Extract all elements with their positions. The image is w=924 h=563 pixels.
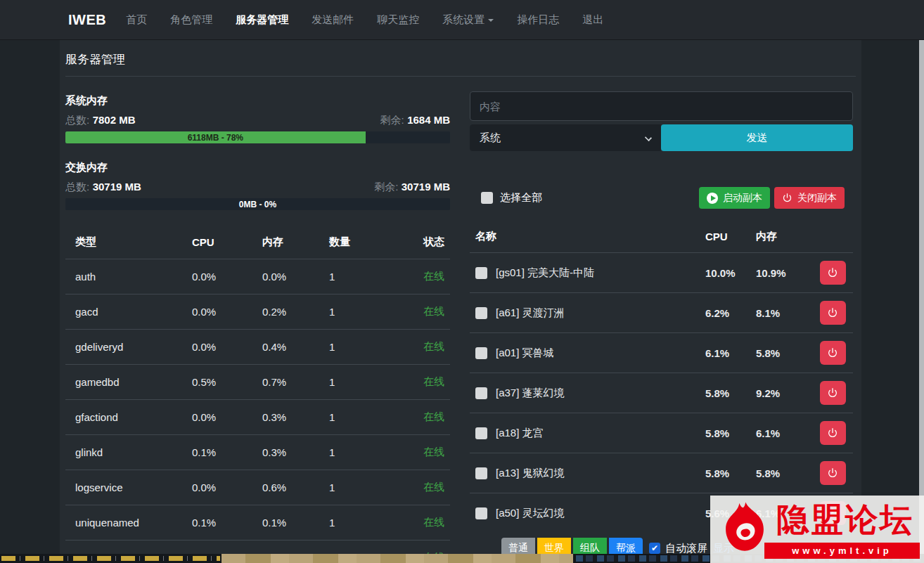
process-cell: gacd (65, 295, 192, 330)
process-cell: 0.7% (262, 365, 329, 400)
process-cell: gfactiond (65, 400, 192, 435)
start-instances-button[interactable]: 启动副本 (699, 187, 770, 209)
server-mem: 9.2% (756, 387, 812, 399)
power-icon (827, 347, 838, 358)
server-mem: 5.8% (756, 467, 812, 479)
system-memory-bar-label: 6118MB - 78% (188, 133, 243, 143)
server-row-checkbox[interactable] (475, 387, 487, 399)
server-cpu: 5.8% (705, 467, 756, 479)
main-container: 服务器管理 系统内存 总数: 7802 MB 剩余: 1684 MB 6118M… (60, 40, 861, 563)
process-header-cpu: CPU (192, 226, 262, 259)
swap-free-value: 30719 MB (402, 181, 450, 193)
power-icon (827, 427, 838, 439)
autoscroll-checkbox[interactable]: ✔ (649, 543, 660, 554)
nav-item-settings-dropdown[interactable]: 系统设置 (442, 13, 494, 27)
process-table-row: uniquenamed0.1%0.1%1在线 (65, 505, 450, 541)
swap-total-value: 30719 MB (93, 181, 141, 193)
process-status-online: 在线 (399, 259, 450, 295)
server-power-button[interactable] (820, 421, 846, 445)
power-icon (827, 387, 838, 399)
process-cell: 1 (329, 330, 399, 365)
send-button[interactable]: 发送 (661, 124, 853, 151)
broadcast-content-input[interactable] (470, 91, 853, 121)
process-table-row: gamedbd0.5%0.7%1在线 (65, 365, 450, 400)
watermark: 隐盟论坛 www.ymlt.vip (710, 496, 924, 563)
channel-select[interactable]: 系统 (470, 124, 661, 151)
server-row-checkbox[interactable] (475, 467, 487, 479)
broadcast-send-row: 系统 发送 (470, 124, 853, 151)
server-power-button[interactable] (820, 461, 846, 485)
process-cell: 0.0% (192, 470, 262, 505)
navbar: IWEB 首页 角色管理 服务器管理 发送邮件 聊天监控 系统设置 操作日志 退… (0, 0, 924, 40)
process-cell: 1 (329, 365, 399, 400)
process-table: 类型 CPU 内存 数量 状态 auth0.0%0.0%1在线gacd0.0%0… (65, 226, 450, 563)
swap-memory-progressbar: 0MB - 0% (65, 198, 450, 210)
server-row-checkbox[interactable] (475, 307, 487, 319)
select-all-checkbox[interactable] (481, 192, 493, 204)
server-row-checkbox[interactable] (475, 507, 487, 519)
server-management-page: IWEB 首页 角色管理 服务器管理 发送邮件 聊天监控 系统设置 操作日志 退… (0, 0, 924, 563)
process-cell: 0.1% (192, 505, 262, 541)
server-table-body: [gs01] 完美大陆-中陆10.0%10.9%[a61] 灵渡汀洲6.2%8.… (470, 252, 853, 533)
process-status-online: 在线 (399, 400, 450, 435)
nav-item-logout[interactable]: 退出 (582, 13, 603, 27)
instance-controls-row: 选择全部 启动副本 关闭副本 (470, 187, 853, 209)
process-table-row: gacd0.0%0.2%1在线 (65, 295, 450, 330)
scrollbar[interactable] (919, 40, 924, 563)
server-mem: 5.8% (756, 347, 812, 359)
process-status-online: 在线 (399, 470, 450, 505)
stop-instances-button[interactable]: 关闭副本 (774, 187, 845, 209)
server-row-checkbox[interactable] (475, 427, 487, 439)
brand-logo[interactable]: IWEB (68, 12, 106, 28)
process-table-row: gfactiond0.0%0.3%1在线 (65, 400, 450, 435)
process-header-count: 数量 (329, 226, 399, 259)
process-cell: 0.1% (192, 435, 262, 470)
server-power-button[interactable] (820, 301, 846, 325)
process-cell: 1 (329, 259, 399, 295)
swap-memory-heading: 交换内存 (65, 161, 450, 174)
server-header-mem: 内存 (756, 230, 812, 243)
nav-item-logs[interactable]: 操作日志 (517, 13, 559, 27)
server-row-checkbox[interactable] (475, 347, 487, 359)
process-cell: 0.3% (262, 435, 329, 470)
process-cell: auth (65, 259, 192, 295)
process-cell: 0.4% (262, 330, 329, 365)
process-status-online: 在线 (399, 330, 450, 365)
process-status-online: 在线 (399, 435, 450, 470)
process-cell: 0.3% (262, 400, 329, 435)
server-cpu: 5.8% (705, 387, 756, 399)
server-name: [gs01] 完美大陆-中陆 (496, 266, 594, 280)
system-memory-stats: 总数: 7802 MB 剩余: 1684 MB (65, 114, 450, 127)
system-free-value: 1684 MB (407, 114, 450, 126)
process-table-row: logservice0.0%0.6%1在线 (65, 470, 450, 505)
system-total-label: 总数: (65, 114, 89, 126)
server-name: [a18] 龙宫 (496, 427, 544, 440)
server-power-button[interactable] (820, 381, 846, 405)
nav-item-roles[interactable]: 角色管理 (170, 13, 212, 27)
process-header-status: 状态 (399, 226, 450, 259)
right-column: 系统 发送 选择全部 启动副本 关闭副本 (470, 77, 853, 563)
server-header-cpu: CPU (705, 231, 756, 242)
process-header-mem: 内存 (262, 226, 329, 259)
swap-total-label: 总数: (65, 181, 89, 193)
background-strip-dark-text (0, 554, 222, 563)
server-cpu: 5.8% (705, 427, 756, 439)
process-table-row: gdeliveryd0.0%0.4%1在线 (65, 330, 450, 365)
system-memory-progressbar: 6118MB - 78% (65, 131, 450, 143)
process-table-row: auth0.0%0.0%1在线 (65, 259, 450, 295)
swap-memory-bar-label: 0MB - 0% (65, 198, 450, 210)
nav-item-home[interactable]: 首页 (126, 13, 147, 27)
nav-item-mail[interactable]: 发送邮件 (312, 13, 354, 27)
server-table-row: [a13] 鬼狱幻境5.8%5.8% (470, 453, 853, 493)
nav-item-servers[interactable]: 服务器管理 (236, 13, 288, 27)
nav-item-chat-monitor[interactable]: 聊天监控 (377, 13, 419, 27)
chevron-down-icon (488, 19, 494, 22)
process-cell: 0.0% (262, 259, 329, 295)
server-power-button[interactable] (820, 261, 846, 285)
process-table-body: auth0.0%0.0%1在线gacd0.0%0.2%1在线gdeliveryd… (65, 259, 450, 563)
server-row-checkbox[interactable] (475, 267, 487, 279)
process-cell: 0.6% (262, 470, 329, 505)
server-table: 名称 CPU 内存 [gs01] 完美大陆-中陆10.0%10.9%[a61] … (470, 221, 853, 533)
server-power-button[interactable] (820, 341, 846, 365)
server-name: [a50] 灵坛幻境 (496, 507, 565, 520)
